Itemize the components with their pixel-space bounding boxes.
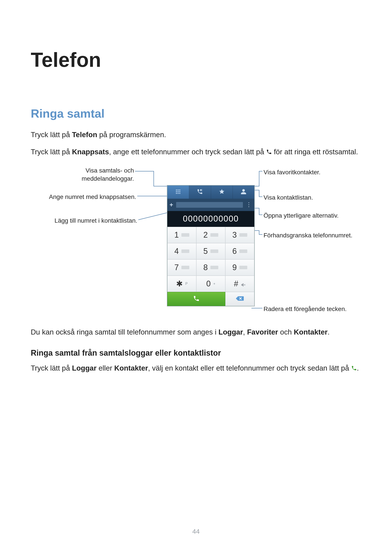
- key-5[interactable]: 5: [196, 243, 225, 259]
- bold-knappsats: Knappsats: [72, 148, 109, 156]
- text: Tryck lätt på: [31, 148, 72, 156]
- svg-rect-1: [178, 190, 178, 190]
- svg-rect-8: [179, 193, 180, 194]
- paragraph-1: Tryck lätt på Telefon på programskärmen.: [31, 130, 361, 140]
- phone-icon: [266, 147, 272, 158]
- callout-keypad: Ange numret med knappsatsen.: [31, 193, 136, 201]
- callout-fav: Visa favoritkontakter.: [264, 168, 321, 176]
- paragraph-4: Tryck lätt på Loggar eller Kontakter, vä…: [31, 363, 361, 374]
- key-9[interactable]: 9: [225, 259, 254, 276]
- svg-rect-2: [179, 190, 180, 190]
- page-title: Telefon: [31, 48, 361, 72]
- contact-name-blur: [176, 202, 243, 208]
- backspace-button[interactable]: [225, 292, 254, 306]
- backspace-icon: [235, 296, 244, 302]
- callout-add: Lägg till numret i kontaktlistan.: [31, 217, 137, 225]
- phone-green-icon: [351, 363, 357, 374]
- keypad-icon: [175, 189, 181, 195]
- tab-logs[interactable]: [189, 185, 211, 199]
- phone-icon: [193, 295, 200, 303]
- callout-contacts: Visa kontaktlistan.: [264, 193, 313, 202]
- callout-preview: Förhandsgranska telefonnumret.: [264, 231, 352, 240]
- phone-diagram: Visa samtals- och meddelandeloggar. Ange…: [31, 164, 361, 327]
- callout-delete: Radera ett föregående tecken.: [264, 305, 347, 313]
- svg-rect-3: [176, 191, 177, 192]
- svg-rect-0: [176, 190, 177, 190]
- callout-logs: Visa samtals- och meddelandeloggar.: [31, 166, 134, 183]
- key-0[interactable]: 0+: [196, 276, 225, 292]
- bold-telefon: Telefon: [72, 131, 97, 139]
- section-heading: Ringa samtal: [31, 107, 361, 120]
- tab-keypad[interactable]: [167, 185, 189, 199]
- key-4[interactable]: 4: [167, 243, 196, 259]
- key-1[interactable]: 1: [167, 227, 196, 243]
- tab-contacts[interactable]: [233, 185, 254, 199]
- text: för att ringa ett röstsamtal.: [272, 148, 358, 156]
- sub-heading: Ringa samtal från samtalsloggar eller ko…: [31, 348, 361, 358]
- star-icon: [219, 189, 225, 196]
- key-7[interactable]: 7: [167, 259, 196, 276]
- call-button[interactable]: [167, 292, 225, 306]
- person-icon: [241, 189, 247, 196]
- add-contact-button[interactable]: +: [170, 201, 173, 208]
- key-hash[interactable]: #: [225, 276, 254, 292]
- text: på programskärmen.: [97, 131, 166, 139]
- svg-rect-6: [176, 193, 177, 194]
- page-number: 44: [0, 528, 392, 535]
- svg-rect-4: [178, 191, 178, 192]
- key-3[interactable]: 3: [225, 227, 254, 243]
- key-6[interactable]: 6: [225, 243, 254, 259]
- svg-rect-5: [179, 191, 180, 192]
- number-display: 00000000000: [167, 211, 254, 227]
- svg-rect-7: [178, 193, 178, 194]
- text: , ange ett telefonnummer och tryck sedan…: [109, 148, 266, 156]
- key-8[interactable]: 8: [196, 259, 225, 276]
- logs-icon: [197, 189, 203, 196]
- phone-ui-mock: + ⋮ 00000000000 1 2 3 4 5 6 7 8 9 ✱P 0+ …: [167, 185, 255, 307]
- more-options-button[interactable]: ⋮: [246, 201, 252, 208]
- text: Tryck lätt på: [31, 131, 72, 139]
- key-star[interactable]: ✱P: [167, 276, 196, 292]
- mute-icon: [241, 279, 246, 288]
- tab-favorites[interactable]: [211, 185, 233, 199]
- callout-more: Öppna ytterligare alternativ.: [264, 212, 339, 220]
- paragraph-2: Tryck lätt på Knappsats, ange ett telefo…: [31, 147, 361, 158]
- keypad: 1 2 3 4 5 6 7 8 9 ✱P 0+ #: [167, 227, 254, 292]
- paragraph-3: Du kan också ringa samtal till telefonnu…: [31, 327, 361, 337]
- key-2[interactable]: 2: [196, 227, 225, 243]
